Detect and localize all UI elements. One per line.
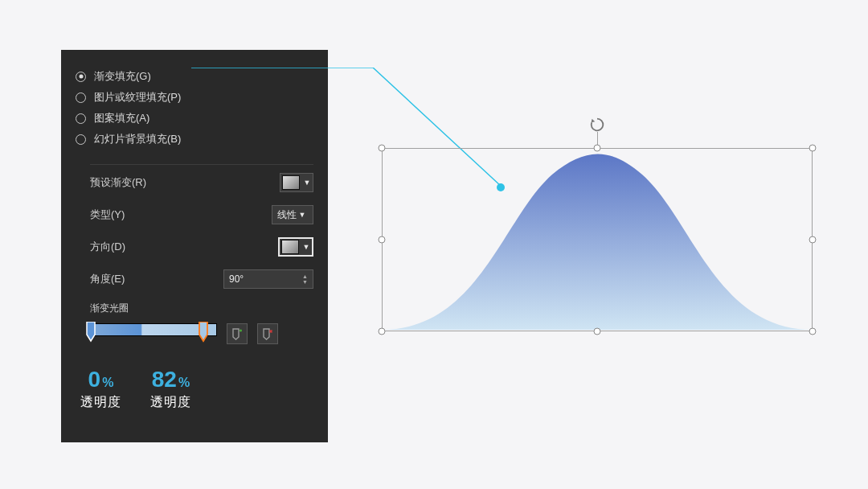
radio-picture-texture-fill[interactable]: 图片或纹理填充(P): [76, 87, 328, 108]
radio-dot-icon: [76, 92, 86, 103]
chevron-down-icon: ▼: [301, 174, 313, 191]
gradient-type-dropdown[interactable]: 线性 ▼: [272, 205, 313, 224]
gradient-settings: 预设渐变(R) ▼ 类型(Y) 线性 ▼ 方向(D) ▼ 角度(E) 90°: [61, 165, 328, 289]
gradient-stops-label: 渐变光圈: [90, 302, 313, 315]
left-label: 透明度: [80, 394, 121, 411]
right-label: 透明度: [150, 394, 191, 411]
direction-swatch-icon: [281, 240, 299, 254]
resize-handle[interactable]: [809, 328, 817, 335]
gradient-stop-right[interactable]: [199, 322, 208, 339]
radio-dot-icon: [76, 134, 86, 145]
add-gradient-stop-button[interactable]: [227, 323, 248, 344]
left-value: 0: [88, 367, 101, 392]
format-shape-panel: 渐变填充(G) 图片或纹理填充(P) 图案填充(A) 幻灯片背景填充(B) 预设…: [61, 50, 328, 442]
rotate-handle[interactable]: [588, 116, 606, 134]
preset-gradient-row: 预设渐变(R) ▼: [90, 173, 313, 192]
gradient-angle-input[interactable]: 90° ▲▼: [223, 269, 313, 289]
resize-handle[interactable]: [809, 145, 817, 152]
radio-dot-icon: [76, 113, 86, 124]
radio-gradient-fill[interactable]: 渐变填充(G): [76, 66, 328, 87]
chevron-down-icon: ▼: [297, 206, 308, 224]
right-value: 82: [152, 367, 177, 392]
gradient-direction-row: 方向(D) ▼: [90, 237, 313, 257]
resize-handle[interactable]: [809, 236, 817, 244]
left-stop-annotation: 0% 透明度: [80, 367, 121, 411]
percent-icon: %: [178, 376, 190, 389]
resize-handle[interactable]: [379, 145, 386, 152]
gradient-angle-value: 90°: [229, 273, 244, 285]
resize-handle[interactable]: [594, 328, 601, 335]
radio-label: 图案填充(A): [94, 111, 149, 125]
gradient-stop-left[interactable]: [86, 322, 96, 339]
gradient-type-value: 线性: [277, 208, 297, 222]
percent-icon: %: [102, 376, 113, 389]
gradient-angle-label: 角度(E): [90, 272, 125, 286]
remove-gradient-stop-button[interactable]: [257, 323, 278, 344]
gradient-stops-section: 渐变光圈: [61, 302, 328, 351]
gradient-swatch-icon: [282, 175, 300, 190]
radio-dot-icon: [76, 72, 86, 82]
radio-label: 渐变填充(G): [94, 69, 151, 84]
gradient-angle-row: 角度(E) 90° ▲▼: [90, 269, 313, 289]
resize-handle[interactable]: [594, 145, 601, 152]
gradient-direction-label: 方向(D): [90, 240, 125, 254]
gradient-stops-bar[interactable]: [90, 323, 217, 351]
radio-label: 幻灯片背景填充(B): [94, 132, 181, 146]
gradient-direction-dropdown[interactable]: ▼: [278, 237, 313, 257]
chevron-down-icon: ▼: [301, 238, 312, 256]
right-stop-annotation: 82% 透明度: [150, 367, 191, 411]
preset-gradient-label: 预设渐变(R): [90, 175, 146, 190]
spinner-arrows-icon[interactable]: ▲▼: [302, 273, 308, 285]
resize-handle[interactable]: [379, 236, 386, 244]
slide-canvas-shape[interactable]: [382, 148, 813, 331]
radio-pattern-fill[interactable]: 图案填充(A): [76, 108, 328, 129]
preset-gradient-dropdown[interactable]: ▼: [280, 173, 313, 192]
gradient-type-row: 类型(Y) 线性 ▼: [90, 205, 313, 224]
transparency-annotations: 0% 透明度 82% 透明度: [61, 351, 328, 411]
radio-label: 图片或纹理填充(P): [94, 90, 181, 105]
selection-bounding-box: [382, 148, 813, 331]
gradient-type-label: 类型(Y): [90, 208, 125, 222]
resize-handle[interactable]: [379, 328, 386, 335]
fill-type-radio-group: 渐变填充(G) 图片或纹理填充(P) 图案填充(A) 幻灯片背景填充(B): [61, 64, 328, 159]
radio-slide-background-fill[interactable]: 幻灯片背景填充(B): [76, 129, 328, 150]
